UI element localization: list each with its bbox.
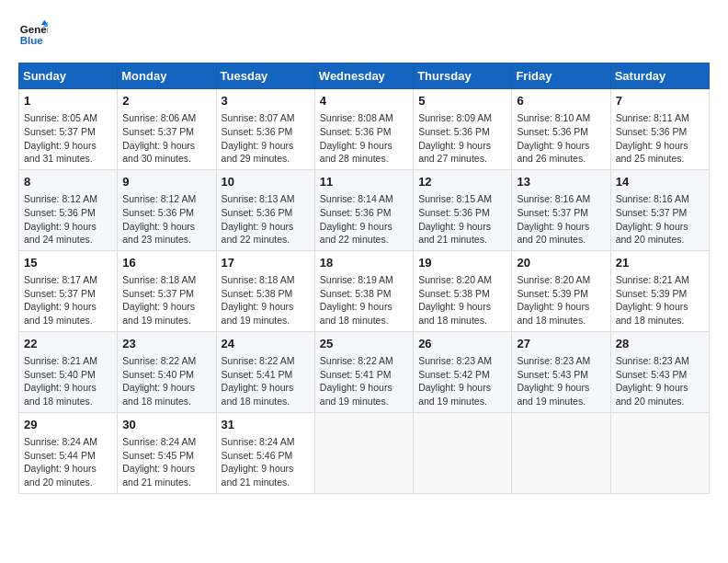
day-number: 2 (122, 93, 210, 109)
day-number: 24 (222, 336, 310, 352)
daylight-label: Daylight: 9 hours and 28 minutes. (320, 140, 392, 165)
day-number: 1 (24, 93, 112, 109)
day-number: 17 (222, 255, 310, 271)
sunrise-label: Sunrise: 8:23 AM (616, 355, 689, 366)
daylight-label: Daylight: 9 hours and 31 minutes. (24, 140, 97, 165)
daylight-label: Daylight: 9 hours and 22 minutes. (320, 221, 392, 246)
daylight-label: Daylight: 9 hours and 19 minutes. (517, 382, 589, 407)
daylight-label: Daylight: 9 hours and 19 minutes. (418, 382, 491, 407)
calendar-cell: 23Sunrise: 8:22 AMSunset: 5:40 PMDayligh… (118, 331, 216, 412)
sunrise-label: Sunrise: 8:06 AM (122, 112, 196, 123)
sunrise-label: Sunrise: 8:22 AM (222, 355, 295, 366)
sunset-label: Sunset: 5:46 PM (222, 450, 293, 461)
day-number: 11 (320, 174, 408, 190)
daylight-label: Daylight: 9 hours and 24 minutes. (24, 221, 97, 246)
daylight-label: Daylight: 9 hours and 26 minutes. (517, 140, 589, 165)
calendar-cell (414, 412, 512, 493)
day-number: 16 (122, 255, 210, 271)
day-number: 21 (616, 255, 704, 271)
sunset-label: Sunset: 5:36 PM (122, 207, 194, 218)
daylight-label: Daylight: 9 hours and 19 minutes. (320, 382, 392, 407)
sunset-label: Sunset: 5:37 PM (24, 126, 96, 137)
daylight-label: Daylight: 9 hours and 18 minutes. (616, 301, 688, 326)
sunrise-label: Sunrise: 8:13 AM (222, 193, 295, 204)
sunset-label: Sunset: 5:45 PM (122, 450, 194, 461)
daylight-label: Daylight: 9 hours and 20 minutes. (517, 221, 589, 246)
sunset-label: Sunset: 5:36 PM (616, 126, 688, 137)
daylight-label: Daylight: 9 hours and 18 minutes. (222, 382, 294, 407)
sunset-label: Sunset: 5:43 PM (517, 369, 588, 380)
sunrise-label: Sunrise: 8:18 AM (122, 274, 196, 285)
calendar-table: SundayMondayTuesdayWednesdayThursdayFrid… (18, 63, 710, 494)
calendar-cell (314, 412, 413, 493)
sunrise-label: Sunrise: 8:21 AM (24, 355, 97, 366)
sunrise-label: Sunrise: 8:05 AM (24, 112, 97, 123)
daylight-label: Daylight: 9 hours and 20 minutes. (616, 221, 688, 246)
calendar-cell: 16Sunrise: 8:18 AMSunset: 5:37 PMDayligh… (118, 250, 216, 331)
column-header-thursday: Thursday (414, 63, 512, 89)
sunset-label: Sunset: 5:36 PM (517, 126, 588, 137)
sunset-label: Sunset: 5:40 PM (122, 369, 194, 380)
calendar-cell: 19Sunrise: 8:20 AMSunset: 5:38 PMDayligh… (414, 250, 512, 331)
page-header: General Blue (18, 18, 710, 48)
calendar-cell: 17Sunrise: 8:18 AMSunset: 5:38 PMDayligh… (216, 250, 314, 331)
sunset-label: Sunset: 5:42 PM (418, 369, 490, 380)
sunset-label: Sunset: 5:38 PM (320, 288, 392, 299)
daylight-label: Daylight: 9 hours and 19 minutes. (24, 301, 97, 326)
sunset-label: Sunset: 5:39 PM (616, 288, 688, 299)
calendar-cell: 22Sunrise: 8:21 AMSunset: 5:40 PMDayligh… (19, 331, 118, 412)
day-number: 7 (616, 93, 704, 109)
sunrise-label: Sunrise: 8:24 AM (222, 436, 295, 447)
daylight-label: Daylight: 9 hours and 25 minutes. (616, 140, 688, 165)
calendar-cell: 3Sunrise: 8:07 AMSunset: 5:36 PMDaylight… (216, 89, 314, 170)
sunrise-label: Sunrise: 8:09 AM (418, 112, 492, 123)
day-number: 20 (517, 255, 605, 271)
calendar-week-3: 15Sunrise: 8:17 AMSunset: 5:37 PMDayligh… (19, 250, 710, 331)
sunset-label: Sunset: 5:36 PM (222, 126, 293, 137)
sunset-label: Sunset: 5:36 PM (418, 207, 490, 218)
sunrise-label: Sunrise: 8:16 AM (616, 193, 689, 204)
sunset-label: Sunset: 5:38 PM (418, 288, 490, 299)
calendar-cell (610, 412, 709, 493)
calendar-cell: 13Sunrise: 8:16 AMSunset: 5:37 PMDayligh… (512, 169, 610, 250)
daylight-label: Daylight: 9 hours and 21 minutes. (418, 221, 491, 246)
daylight-label: Daylight: 9 hours and 20 minutes. (616, 382, 688, 407)
day-number: 22 (24, 336, 112, 352)
calendar-cell: 4Sunrise: 8:08 AMSunset: 5:36 PMDaylight… (314, 89, 413, 170)
calendar-week-1: 1Sunrise: 8:05 AMSunset: 5:37 PMDaylight… (19, 89, 710, 170)
calendar-cell: 8Sunrise: 8:12 AMSunset: 5:36 PMDaylight… (19, 169, 118, 250)
sunrise-label: Sunrise: 8:20 AM (517, 274, 590, 285)
sunset-label: Sunset: 5:41 PM (222, 369, 293, 380)
daylight-label: Daylight: 9 hours and 20 minutes. (24, 463, 97, 488)
column-header-wednesday: Wednesday (314, 63, 413, 89)
calendar-cell: 26Sunrise: 8:23 AMSunset: 5:42 PMDayligh… (414, 331, 512, 412)
calendar-cell: 31Sunrise: 8:24 AMSunset: 5:46 PMDayligh… (216, 412, 314, 493)
day-number: 14 (616, 174, 704, 190)
sunrise-label: Sunrise: 8:22 AM (122, 355, 196, 366)
sunset-label: Sunset: 5:37 PM (122, 288, 194, 299)
sunrise-label: Sunrise: 8:07 AM (222, 112, 295, 123)
sunrise-label: Sunrise: 8:23 AM (517, 355, 590, 366)
sunset-label: Sunset: 5:36 PM (320, 207, 392, 218)
sunrise-label: Sunrise: 8:20 AM (418, 274, 492, 285)
sunset-label: Sunset: 5:37 PM (517, 207, 588, 218)
day-number: 26 (418, 336, 506, 352)
sunset-label: Sunset: 5:37 PM (24, 288, 96, 299)
calendar-cell: 29Sunrise: 8:24 AMSunset: 5:44 PMDayligh… (19, 412, 118, 493)
column-header-sunday: Sunday (19, 63, 118, 89)
column-header-monday: Monday (118, 63, 216, 89)
calendar-cell: 2Sunrise: 8:06 AMSunset: 5:37 PMDaylight… (118, 89, 216, 170)
column-header-saturday: Saturday (610, 63, 709, 89)
daylight-label: Daylight: 9 hours and 21 minutes. (222, 463, 294, 488)
day-number: 12 (418, 174, 506, 190)
calendar-week-4: 22Sunrise: 8:21 AMSunset: 5:40 PMDayligh… (19, 331, 710, 412)
sunset-label: Sunset: 5:41 PM (320, 369, 392, 380)
calendar-cell: 14Sunrise: 8:16 AMSunset: 5:37 PMDayligh… (610, 169, 709, 250)
daylight-label: Daylight: 9 hours and 30 minutes. (122, 140, 195, 165)
calendar-cell: 28Sunrise: 8:23 AMSunset: 5:43 PMDayligh… (610, 331, 709, 412)
svg-text:General: General (20, 24, 48, 35)
calendar-cell: 18Sunrise: 8:19 AMSunset: 5:38 PMDayligh… (314, 250, 413, 331)
sunset-label: Sunset: 5:37 PM (616, 207, 688, 218)
calendar-cell: 21Sunrise: 8:21 AMSunset: 5:39 PMDayligh… (610, 250, 709, 331)
daylight-label: Daylight: 9 hours and 18 minutes. (418, 301, 491, 326)
